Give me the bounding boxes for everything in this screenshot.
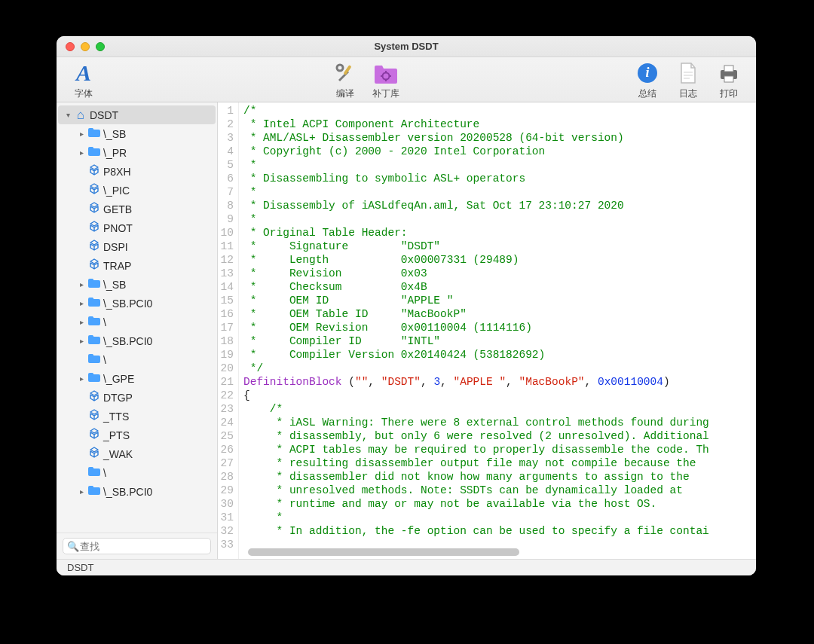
chevron-icon[interactable]: ▸ [76,487,87,496]
maximize-icon[interactable] [96,42,105,51]
summary-label: 总结 [638,87,656,100]
code-line[interactable]: * OEM Revision 0x00110004 (1114116) [243,321,756,334]
line-number: 1 [218,104,234,118]
summary-button[interactable]: i 总结 [629,60,666,100]
code-line[interactable]: DefinitionBlock ("", "DSDT", 3, "APPLE "… [243,375,756,389]
chevron-icon[interactable]: ▸ [76,299,87,307]
code-line[interactable]: * OEM Table ID "MacBookP" [243,307,756,321]
code-line[interactable]: * Intel ACPI Component Architecture [243,118,756,131]
tree-item[interactable]: \ [58,463,216,482]
chevron-icon[interactable]: ▸ [76,130,87,138]
patches-button[interactable]: 补丁库 [368,60,404,100]
code-line[interactable]: * Signature "DSDT" [243,240,756,253]
tree-item[interactable]: ▾⌂DSDT [58,105,216,124]
code-line[interactable]: * In addition, the -fe option can be use… [243,524,756,538]
chevron-icon[interactable]: ▸ [76,337,87,345]
code-line[interactable]: * Compiler ID "INTL" [243,334,756,348]
code-line[interactable]: * ACPI tables may be required to properl… [243,443,756,456]
code-line[interactable]: * [243,511,756,524]
line-number: 22 [218,389,234,402]
print-button[interactable]: 打印 [711,60,747,100]
chevron-icon[interactable]: ▸ [76,280,87,288]
close-icon[interactable] [66,42,75,51]
minimize-icon[interactable] [81,42,90,51]
svg-rect-12 [724,76,733,82]
chevron-icon[interactable]: ▸ [76,318,87,326]
folder-icon [87,466,102,479]
tree-item[interactable]: _PTS [58,426,216,444]
code-line[interactable]: { [243,389,756,402]
tree-item[interactable]: ▸\_SB [58,124,216,143]
code-line[interactable]: /* [243,402,756,416]
hscroll-thumb[interactable] [248,548,519,556]
tree-item[interactable]: ▸\_GPE [58,369,216,388]
code-line[interactable]: * Original Table Header: [243,226,756,240]
code[interactable]: /* * Intel ACPI Component Architecture *… [239,102,756,559]
code-line[interactable]: * OEM ID "APPLE " [243,294,756,307]
code-line[interactable]: /* [243,104,756,118]
tree-item-label: \_GPE [103,373,134,385]
line-number: 28 [218,470,234,484]
tree-item-label: \_SB.PCI0 [103,486,152,498]
font-icon: A [76,60,91,86]
tree-item[interactable]: ▸\ [58,313,216,331]
editor[interactable]: 1234567891011121314151617181920212223242… [218,102,756,559]
font-button[interactable]: A 字体 [66,60,102,100]
log-button[interactable]: 日志 [670,60,706,100]
method-icon [87,447,102,461]
code-line[interactable]: * Compiler Version 0x20140424 (538182692… [243,348,756,362]
code-line[interactable]: * Checksum 0x4B [243,280,756,294]
code-line[interactable]: * unresolved methods. Note: SSDTs can be… [243,484,756,497]
tree-item[interactable]: DSPI [58,237,216,256]
tree-item[interactable]: PNOT [58,218,216,237]
code-line[interactable]: * [243,212,756,226]
code-line[interactable]: * Length 0x00007331 (29489) [243,253,756,267]
tree-item[interactable]: ▸\_SB [58,275,216,294]
method-icon [87,164,102,179]
code-line[interactable]: * iASL Warning: There were 8 external co… [243,416,756,429]
tree-item[interactable]: \ [58,350,216,369]
tree-item[interactable]: GETB [58,200,216,218]
tree-item[interactable]: ▸\_SB.PCI0 [58,331,216,350]
tree-item-label: \_SB [103,279,126,291]
chevron-icon[interactable]: ▸ [76,148,87,157]
tree-item[interactable]: ▸\_SB.PCI0 [58,482,216,501]
line-number: 15 [218,294,234,307]
code-line[interactable]: */ [243,362,756,375]
code-line[interactable]: * Copyright (c) 2000 - 2020 Intel Corpor… [243,145,756,158]
tree-item[interactable]: _WAK [58,444,216,463]
code-line[interactable]: * AML/ASL+ Disassembler version 20200528… [243,131,756,145]
code-line[interactable]: * Disassembling to symbolic ASL+ operato… [243,172,756,185]
titlebar[interactable]: System DSDT [57,36,756,57]
line-number: 20 [218,362,234,375]
compile-button[interactable]: 编译 [327,60,363,100]
code-line[interactable]: * runtime and may or may not be availabl… [243,497,756,511]
code-line[interactable]: * disassembler did not know how many arg… [243,470,756,484]
line-number: 14 [218,280,234,294]
line-number: 18 [218,334,234,348]
tree-item[interactable]: DTGP [58,388,216,407]
code-line[interactable]: * Disassembly of iASLdfeqAn.aml, Sat Oct… [243,199,756,212]
gutter: 1234567891011121314151617181920212223242… [218,102,239,559]
code-line[interactable]: * Revision 0x03 [243,267,756,280]
tree-item[interactable]: _TTS [58,407,216,426]
tree-item[interactable]: ▸\_PR [58,143,216,162]
tree-item[interactable]: \_PIC [58,181,216,200]
code-line[interactable]: * disassembly, but only 6 were resolved … [243,429,756,443]
tree-item[interactable]: ▸\_SB.PCI0 [58,294,216,313]
code-line[interactable]: * [243,185,756,199]
chevron-icon[interactable]: ▸ [76,374,87,383]
chevron-icon[interactable]: ▾ [63,111,73,119]
line-number: 26 [218,443,234,456]
search-input[interactable] [63,538,211,554]
tree-item[interactable]: TRAP [58,256,216,275]
code-line[interactable]: * resulting disassembler output file may… [243,456,756,470]
tree[interactable]: ▾⌂DSDT▸\_SB▸\_PRP8XH\_PICGETBPNOTDSPITRA… [57,102,217,533]
tree-item[interactable]: P8XH [58,162,216,181]
code-line[interactable]: * [243,158,756,172]
hscrollbar[interactable] [248,548,750,557]
folder-icon [87,316,102,328]
tree-item-label: \ [103,354,106,366]
tree-item-label: _PTS [103,429,130,441]
window-controls [66,42,105,51]
